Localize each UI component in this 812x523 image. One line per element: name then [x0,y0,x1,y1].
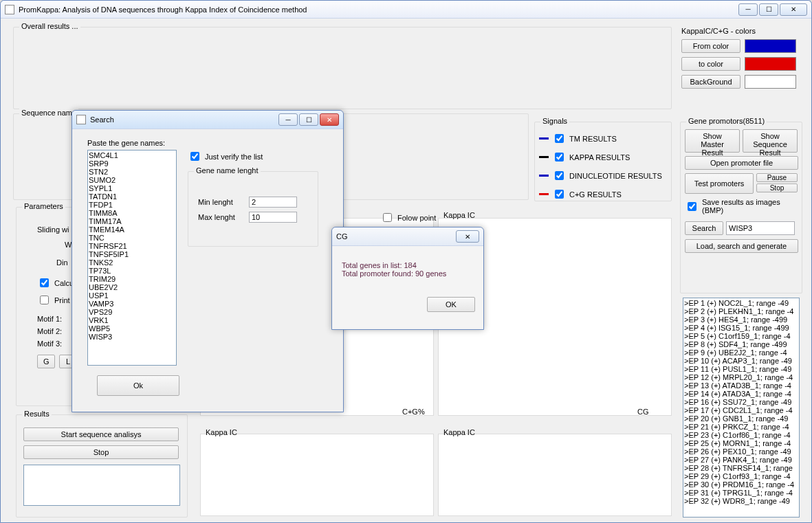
window-title: PromKappa: Analysis of DNA sequences thr… [19,5,307,14]
maximize-button[interactable]: ☐ [759,3,778,16]
gene-item[interactable]: TRIM29 [89,275,175,283]
signal-checkbox[interactable] [555,134,564,143]
signal-checkbox[interactable] [555,190,564,199]
gene-item[interactable]: SRP9 [89,159,175,168]
min-length-field[interactable] [249,197,297,208]
promoter-item[interactable]: >EP 20 (+) GNB1_1; range -49 [684,414,798,423]
promoter-item[interactable]: >EP 31 (+) TPRG1L_1; range -4 [684,489,798,497]
gene-item[interactable]: WBP5 [89,324,175,333]
signal-color-swatch [539,175,549,177]
gene-item[interactable]: TATDN1 [89,192,175,201]
promoter-item[interactable]: >EP 21 (+) PRKCZ_1; range -4 [684,423,798,431]
promoters-stop-button[interactable]: Stop [756,183,798,192]
promoter-item[interactable]: >EP 5 (+) C1orf159_1; range -4 [684,332,798,340]
save-images-checkbox[interactable]: Save results as images (BMP) [685,198,798,214]
show-master-button[interactable]: Show Master Result [685,129,740,153]
gene-item[interactable]: UBE2V2 [89,283,175,291]
to-color-swatch[interactable] [745,57,796,71]
close-button[interactable]: ✕ [780,3,807,16]
g-button[interactable]: G [37,355,55,368]
promoters-list[interactable]: >EP 1 (+) NOC2L_1; range -49>EP 2 (+) PL… [683,298,800,518]
promoter-item[interactable]: >EP 29 (+) C1orf93_1; range -4 [684,472,798,480]
search-field[interactable] [726,221,795,235]
promoter-item[interactable]: >EP 30 (+) PRDM16_1; range -4 [684,480,798,489]
search-minimize-button[interactable]: ─ [278,113,298,126]
search-maximize-button[interactable]: ☐ [299,113,318,126]
promoter-item[interactable]: >EP 4 (+) ISG15_1; range -499 [684,324,798,332]
kappa-ic-label-2: Kappa IC [206,428,237,436]
gene-item[interactable]: VPS29 [89,308,175,316]
search-close-button[interactable]: ✕ [320,113,339,126]
gene-item[interactable]: TFDP1 [89,201,175,209]
gene-list[interactable]: SMC4L1SRP9STN2SUMO2SYPL1TATDN1TFDP1TIMM8… [87,150,177,366]
promoter-item[interactable]: >EP 23 (+) C1orf86_1; range -4 [684,431,798,439]
message-ok-button[interactable]: OK [427,297,475,312]
promoter-item[interactable]: >EP 25 (+) MORN1_1; range -4 [684,439,798,447]
promoter-item[interactable]: >EP 32 (+) WDR8_1; range -49 [684,497,798,505]
signal-checkbox[interactable] [555,171,564,180]
search-ok-button[interactable]: Ok [97,375,179,396]
background-swatch[interactable] [745,75,796,89]
search-button[interactable]: Search [685,221,723,235]
gene-item[interactable]: TMEM14A [89,225,175,234]
message-dialog: CG ✕ Total genes in list: 184 Total prom… [331,227,484,330]
pause-button[interactable]: Pause [756,173,798,182]
follow-point-checkbox[interactable]: Folow point [380,211,436,224]
test-promoters-button[interactable]: Test promoters [685,173,754,194]
message-close-button[interactable]: ✕ [456,230,479,243]
signal-label: KAPPA RESULTS [569,153,630,162]
main-titlebar: PromKappa: Analysis of DNA sequences thr… [1,1,811,19]
gene-item[interactable]: SUMO2 [89,176,175,184]
gene-item[interactable]: TIMM8A [89,209,175,217]
signal-checkbox[interactable] [555,153,564,162]
signals-group: Signals TM RESULTSKAPPA RESULTSDINUCLEOT… [534,122,672,201]
gene-item[interactable]: TNFSF5IP1 [89,250,175,258]
from-color-button[interactable]: From color [681,39,740,53]
max-length-field[interactable] [249,212,297,223]
gene-item[interactable]: TNKS2 [89,258,175,267]
promoter-item[interactable]: >EP 1 (+) NOC2L_1; range -49 [684,299,798,307]
panel-kappa-1 [200,434,434,516]
promoter-item[interactable]: >EP 9 (+) UBE2J2_1; range -4 [684,348,798,357]
parameters-label: Parameters [22,202,65,210]
load-generate-button[interactable]: Load, search and generate [685,239,798,253]
results-list[interactable] [23,465,180,506]
promoter-item[interactable]: >EP 12 (+) MRPL20_1; range -4 [684,373,798,381]
gene-item[interactable]: VAMP3 [89,300,175,308]
promoter-item[interactable]: >EP 2 (+) PLEKHN1_1; range -4 [684,307,798,315]
gene-item[interactable]: WISP3 [89,333,175,341]
gene-item[interactable]: STN2 [89,168,175,176]
kappa-ic-label-3: Kappa IC [443,428,475,436]
gene-item[interactable]: TIMM17A [89,217,175,225]
gene-promoters-label: Gene promotors(8511) [686,117,767,125]
minimize-button[interactable]: ─ [738,3,758,16]
open-promoter-button[interactable]: Open promoter file [685,156,798,170]
background-button[interactable]: BackGround [681,75,740,89]
promoter-item[interactable]: >EP 17 (+) CDC2L1_1; range -4 [684,406,798,414]
verify-list-checkbox[interactable]: Just verify the list [188,150,333,163]
gene-item[interactable]: VRK1 [89,316,175,324]
gene-item[interactable]: TNC [89,234,175,242]
show-sequence-button[interactable]: Show Sequence Result [743,129,798,153]
to-color-button[interactable]: to color [681,57,740,71]
gene-item[interactable]: SMC4L1 [89,151,175,159]
promoter-item[interactable]: >EP 14 (+) ATAD3A_1; range -4 [684,390,798,398]
promoter-item[interactable]: >EP 8 (+) SDF4_1; range -499 [684,340,798,348]
gene-item[interactable]: SYPL1 [89,184,175,192]
from-color-swatch[interactable] [745,39,796,53]
stop-analysis-button[interactable]: Stop [23,445,179,459]
signal-label: DINUCLEOTIDE RESULTS [569,172,662,180]
promoter-item[interactable]: >EP 13 (+) ATAD3B_1; range -4 [684,381,798,390]
gene-item[interactable]: USP1 [89,291,175,300]
promoter-item[interactable]: >EP 16 (+) SSU72_1; range -49 [684,398,798,406]
gene-item[interactable]: TNFRSF21 [89,242,175,250]
signal-color-swatch [539,156,549,158]
promoter-item[interactable]: >EP 11 (+) PUSL1_1; range -49 [684,365,798,373]
gene-item[interactable]: TP73L [89,267,175,275]
promoter-item[interactable]: >EP 3 (+) HES4_1; range -499 [684,315,798,324]
promoter-item[interactable]: >EP 10 (+) ACAP3_1; range -49 [684,357,798,365]
promoter-item[interactable]: >EP 27 (+) PANK4_1; range -49 [684,456,798,464]
promoter-item[interactable]: >EP 28 (+) TNFRSF14_1; range [684,464,798,472]
promoter-item[interactable]: >EP 26 (+) PEX10_1; range -49 [684,447,798,456]
start-analysis-button[interactable]: Start sequence analisys [23,427,179,441]
